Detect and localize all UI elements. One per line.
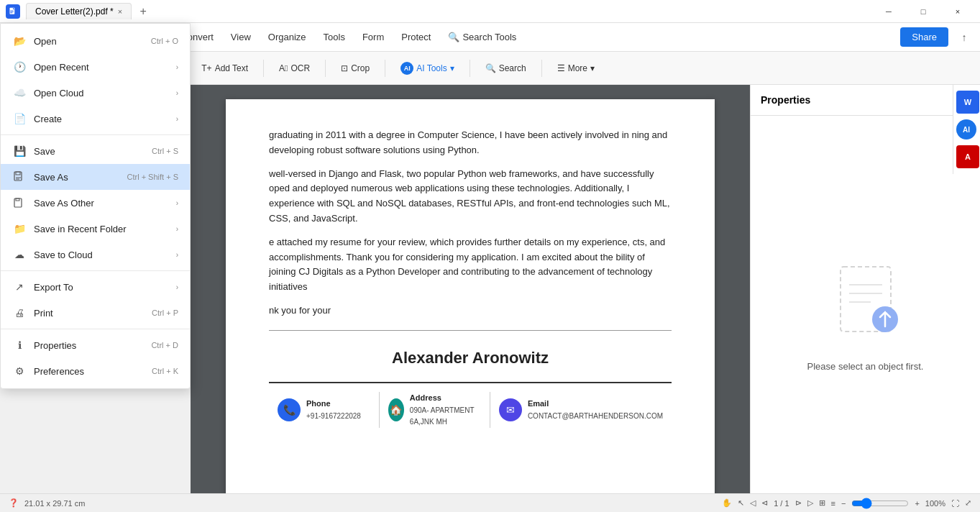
ai-sidebar-icon[interactable]: AI xyxy=(956,119,976,140)
svg-rect-7 xyxy=(16,198,19,201)
empty-state-illustration xyxy=(819,256,912,349)
save-other-icon xyxy=(12,196,27,210)
window-controls: ─ □ × xyxy=(872,0,974,23)
crop-button[interactable]: ⊡ Crop xyxy=(334,59,376,78)
acrobat-sidebar-icon[interactable]: A xyxy=(956,145,979,168)
properties-panel-body: Please select an object first. xyxy=(751,116,980,512)
page-first[interactable]: ⊲ xyxy=(761,498,768,508)
view-mode[interactable]: ⊞ xyxy=(819,498,825,508)
ai-tools-arrow: ▾ xyxy=(450,63,454,73)
svg-rect-3 xyxy=(10,12,12,13)
more-button[interactable]: ☰ More ▾ xyxy=(551,59,601,78)
new-tab-button[interactable]: + xyxy=(134,3,152,20)
menu-protect[interactable]: Protect xyxy=(394,29,438,45)
menu-search-tools[interactable]: 🔍 Search Tools xyxy=(441,29,523,45)
contact-email: ✉ Email CONTACT@BARTHAHENDERSON.COM xyxy=(490,392,672,428)
minimize-button[interactable]: ─ xyxy=(872,0,905,23)
menu-save-as[interactable]: Save As Ctrl + Shift + S xyxy=(1,164,190,190)
menu-open-cloud[interactable]: ☁️ Open Cloud › xyxy=(1,80,190,106)
save-as-icon xyxy=(12,170,27,184)
document-page: graduating in 2011 with a degree in Comp… xyxy=(226,99,715,502)
toolbar-separator-7 xyxy=(470,60,470,77)
properties-icon: ℹ xyxy=(12,338,27,352)
zoom-out-button[interactable]: − xyxy=(841,499,846,508)
address-value: 090A- APARTMENT 6A,JNK MH xyxy=(410,405,481,428)
toolbar-separator-5 xyxy=(325,60,326,77)
crop-icon: ⊡ xyxy=(341,63,348,73)
tab-label: Cover Letter(2).pdf * xyxy=(35,6,114,17)
scroll-mode[interactable]: ≡ xyxy=(831,499,835,508)
toolbar-separator-6 xyxy=(385,60,385,77)
menu-tools[interactable]: Tools xyxy=(316,29,352,45)
ocr-icon: A⃞ xyxy=(279,63,288,73)
tab-close-button[interactable]: × xyxy=(118,7,122,16)
doc-paragraph-1: graduating in 2011 with a degree in Comp… xyxy=(269,128,672,158)
svg-rect-5 xyxy=(16,172,20,175)
search-tools-icon: 🔍 xyxy=(448,32,459,42)
menu-save-as-other[interactable]: Save As Other › xyxy=(1,190,190,216)
create-icon: 📄 xyxy=(12,111,27,126)
menu-view[interactable]: View xyxy=(224,29,258,45)
svg-rect-1 xyxy=(10,10,14,11)
zoom-in-button[interactable]: + xyxy=(915,499,919,508)
menu-export[interactable]: ↗ Export To › xyxy=(1,274,190,300)
fit-page-button[interactable]: ⛶ xyxy=(951,499,959,508)
zoom-percentage: 100% xyxy=(925,499,945,508)
ocr-button[interactable]: A⃞ OCR xyxy=(273,59,316,78)
menu-save[interactable]: 💾 Save Ctrl + S xyxy=(1,138,190,164)
menu-open-recent[interactable]: 🕐 Open Recent › xyxy=(1,54,190,80)
svg-rect-2 xyxy=(10,12,14,12)
page-last[interactable]: ⊳ xyxy=(795,498,802,508)
cursor-tool[interactable]: ✋ xyxy=(722,498,732,508)
maximize-button[interactable]: □ xyxy=(907,0,940,23)
share-button[interactable]: Share xyxy=(900,27,948,47)
menu-save-cloud[interactable]: ☁ Save to Cloud › xyxy=(1,242,190,268)
search-icon: 🔍 xyxy=(485,63,496,73)
email-label: Email xyxy=(528,398,663,411)
menu-save-recent-folder[interactable]: 📁 Save in Recent Folder › xyxy=(1,216,190,242)
close-button[interactable]: × xyxy=(941,0,974,23)
help-icon[interactable]: ❓ xyxy=(9,498,19,508)
statusbar-right: ✋ ↖ ◁ ⊲ 1 / 1 ⊳ ▷ ⊞ ≡ − + 100% ⛶ ⤢ xyxy=(722,498,971,509)
upload-button[interactable]: ↑ xyxy=(954,27,974,47)
app-icon xyxy=(6,4,20,19)
menu-open[interactable]: 📂 Open Ctrl + O xyxy=(1,28,190,54)
preferences-icon: ⚙ xyxy=(12,364,27,378)
contact-phone: 📞 Phone +91-9167222028 xyxy=(269,392,380,428)
page-next[interactable]: ▷ xyxy=(807,498,813,508)
page-dimensions: 21.01 x 29.71 cm xyxy=(24,499,85,508)
doc-paragraph-3: e attached my resume for your review, wh… xyxy=(269,235,672,295)
ai-tools-button[interactable]: AI AI Tools ▾ xyxy=(394,58,460,79)
search-button[interactable]: 🔍 Search xyxy=(479,59,533,78)
document-tab[interactable]: Cover Letter(2).pdf * × xyxy=(26,3,132,19)
statusbar: ❓ 21.01 x 29.71 cm ✋ ↖ ◁ ⊲ 1 / 1 ⊳ ▷ ⊞ ≡… xyxy=(0,493,980,512)
toolbar-separator-4 xyxy=(263,60,264,77)
fullscreen-button[interactable]: ⤢ xyxy=(965,498,971,508)
cloud-icon: ☁️ xyxy=(12,86,27,100)
zoom-slider[interactable] xyxy=(851,498,909,509)
titlebar: Cover Letter(2).pdf * × + ─ □ × xyxy=(0,0,980,23)
author-name: Alexander Aronowitz xyxy=(269,345,672,370)
phone-label: Phone xyxy=(306,398,361,411)
cloud-save-icon: ☁ xyxy=(12,247,27,262)
menu-print[interactable]: 🖨 Print Ctrl + P xyxy=(1,300,190,326)
word-sidebar-icon[interactable]: W xyxy=(956,91,979,114)
add-text-button[interactable]: T+ Add Text xyxy=(195,59,255,78)
document-area[interactable]: graduating in 2011 with a degree in Comp… xyxy=(191,85,750,512)
print-icon: 🖨 xyxy=(12,306,27,320)
save-icon: 💾 xyxy=(12,144,27,158)
select-tool[interactable]: ↖ xyxy=(738,498,744,508)
doc-paragraph-2: well-versed in Django and Flask, two pop… xyxy=(269,167,672,227)
file-menu-separator-3 xyxy=(1,329,190,329)
menu-organize[interactable]: Organize xyxy=(261,29,313,45)
email-icon: ✉ xyxy=(499,398,522,421)
menu-preferences[interactable]: ⚙ Preferences Ctrl + K xyxy=(1,358,190,384)
page-prev[interactable]: ◁ xyxy=(750,498,756,508)
open-icon: 📂 xyxy=(12,34,27,48)
email-value: CONTACT@BARTHAHENDERSON.COM xyxy=(528,411,663,422)
menu-create[interactable]: 📄 Create › xyxy=(1,106,190,132)
menu-properties[interactable]: ℹ Properties Ctrl + D xyxy=(1,332,190,358)
menu-form[interactable]: Form xyxy=(355,29,391,45)
properties-panel-header: Properties × xyxy=(751,85,980,116)
folder-recent-icon: 📁 xyxy=(12,221,27,236)
